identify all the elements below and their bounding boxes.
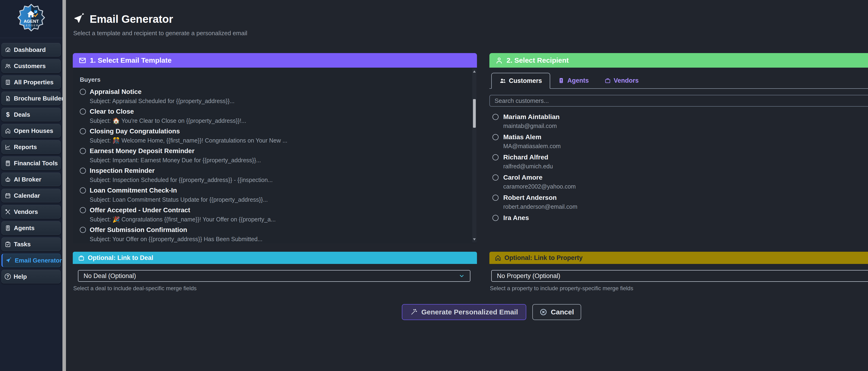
- radio-icon[interactable]: [80, 168, 86, 174]
- tools-icon: [5, 209, 11, 215]
- scroll-down-icon[interactable]: [473, 238, 476, 241]
- radio-icon[interactable]: [80, 207, 86, 213]
- sidebar-nav: Dashboard Customers All Properties Broch…: [0, 38, 62, 283]
- sidebar-item-label: Customers: [14, 62, 46, 70]
- scrollbar-thumb[interactable]: [473, 99, 476, 128]
- radio-icon[interactable]: [492, 215, 499, 221]
- paper-plane-icon: [73, 13, 86, 25]
- sidebar-item-ai-broker[interactable]: AI Broker: [1, 173, 61, 186]
- template-option[interactable]: Appraisal Notice Subject: Appraisal Sche…: [80, 88, 461, 104]
- users-icon: [499, 78, 506, 84]
- recipient-option[interactable]: Richard Alfred ralfred@umich.edu: [492, 154, 868, 170]
- sidebar-item-label: Open Houses: [14, 127, 53, 134]
- svg-text:AGENT: AGENT: [24, 19, 39, 24]
- house-icon: [495, 254, 501, 261]
- sidebar-item-calendar[interactable]: Calendar: [1, 189, 61, 203]
- template-option[interactable]: Clear to Close Subject: 🏠 You're Clear t…: [80, 108, 461, 124]
- property-panel: Optional: Link to Property No Property (…: [489, 252, 868, 291]
- sidebar-item-all-properties[interactable]: All Properties: [1, 75, 61, 89]
- sidebar-item-email-generator[interactable]: Email Generator: [1, 254, 61, 267]
- envelope-icon: [79, 57, 86, 64]
- sidebar-item-label: Tasks: [14, 241, 31, 248]
- template-panel: 1. Select Email Template Buyers Appraisa…: [73, 53, 477, 243]
- sidebar-item-agents[interactable]: Agents: [1, 221, 61, 235]
- sidebar-item-label: Help: [13, 273, 27, 280]
- briefcase-icon: [78, 254, 85, 261]
- sidebar-item-vendors[interactable]: Vendors: [1, 205, 61, 219]
- sidebar-item-label: AI Broker: [14, 176, 41, 183]
- help-icon: ?: [5, 274, 11, 280]
- robot-icon: [5, 176, 11, 183]
- calendar-icon: [5, 192, 11, 199]
- radio-icon[interactable]: [80, 109, 86, 115]
- search-input[interactable]: [489, 95, 868, 106]
- paper-plane-icon: [6, 257, 12, 264]
- deal-select[interactable]: No Deal (Optional): [78, 270, 470, 282]
- template-option[interactable]: Offer Submission Confirmation Subject: Y…: [80, 226, 461, 243]
- property-select[interactable]: No Property (Optional): [491, 270, 868, 282]
- sidebar-item-label: All Properties: [14, 79, 54, 86]
- radio-icon[interactable]: [492, 195, 499, 201]
- recipient-option[interactable]: Mariam Aintablian maintab@gmail.com: [492, 113, 868, 129]
- sidebar-scrollbar[interactable]: [62, 0, 66, 371]
- recipient-panel-header: 2. Select Recipient: [489, 53, 868, 68]
- radio-icon[interactable]: [80, 89, 86, 95]
- template-option[interactable]: Closing Day Congratulations Subject: 🎊 W…: [80, 127, 461, 144]
- sidebar-item-brochure-builder[interactable]: Brochure Builder: [1, 92, 61, 105]
- radio-icon[interactable]: [80, 128, 86, 134]
- sidebar: AGENT LEDGER Dashboard Customers All Pro…: [0, 0, 62, 371]
- template-option[interactable]: Offer Accepted - Under Contract Subject:…: [80, 207, 461, 223]
- tab-vendors[interactable]: Vendors: [597, 73, 647, 88]
- recipient-option[interactable]: Carol Amore caramore2002@yahoo.com: [492, 174, 868, 190]
- tab-agents[interactable]: Agents: [550, 73, 597, 88]
- scroll-up-icon[interactable]: [473, 70, 476, 72]
- radio-icon[interactable]: [492, 134, 499, 140]
- calculator-icon: [5, 160, 11, 166]
- template-option[interactable]: Inspection Reminder Subject: Inspection …: [80, 167, 461, 183]
- radio-icon[interactable]: [492, 175, 499, 181]
- recipient-panel: 2. Select Recipient Customers Agents Ven…: [489, 53, 868, 226]
- chart-line-icon: [5, 144, 11, 150]
- template-list-scrollbar[interactable]: [472, 68, 476, 242]
- template-option[interactable]: Loan Commitment Check-In Subject: Loan C…: [80, 187, 461, 203]
- sidebar-item-label: Brochure Builder: [14, 95, 64, 102]
- radio-icon[interactable]: [80, 187, 86, 193]
- template-group-label: Buyers: [80, 76, 461, 83]
- page-subtitle: Select a template and recipient to gener…: [73, 30, 247, 37]
- document-icon: [5, 95, 11, 102]
- svg-text:LEDGER: LEDGER: [24, 24, 39, 27]
- radio-icon[interactable]: [492, 114, 499, 120]
- recipient-option[interactable]: Matias Alem MA@matiasalem.com: [492, 133, 868, 150]
- radio-icon[interactable]: [80, 227, 86, 233]
- action-buttons: Generate Personalized Email Cancel: [402, 304, 581, 320]
- sidebar-item-dashboard[interactable]: Dashboard: [1, 43, 61, 57]
- template-option[interactable]: Earnest Money Deposit Reminder Subject: …: [80, 147, 461, 164]
- sidebar-item-deals[interactable]: $ Deals: [1, 108, 61, 121]
- sidebar-item-open-houses[interactable]: Open Houses: [1, 124, 61, 137]
- sidebar-item-help[interactable]: ? Help: [1, 270, 61, 283]
- property-panel-header: Optional: Link to Property: [489, 252, 868, 264]
- sidebar-item-financial-tools[interactable]: Financial Tools: [1, 156, 61, 170]
- house-icon: [5, 128, 11, 134]
- sidebar-item-label: Agents: [14, 224, 34, 232]
- recipient-option[interactable]: Ira Anes: [492, 214, 868, 222]
- sidebar-item-customers[interactable]: Customers: [1, 59, 61, 73]
- template-list: Buyers Appraisal Notice Subject: Apprais…: [73, 68, 477, 243]
- task-check-icon: [5, 241, 11, 247]
- sidebar-item-label: Email Generator: [15, 257, 62, 264]
- sidebar-item-tasks[interactable]: Tasks: [1, 238, 61, 251]
- magic-wand-icon: [410, 308, 417, 316]
- recipient-list: Mariam Aintablian maintab@gmail.com Mati…: [489, 113, 868, 222]
- deal-helper-text: Select a deal to include deal-specific m…: [73, 285, 477, 291]
- sidebar-item-reports[interactable]: Reports: [1, 140, 61, 154]
- generate-email-button[interactable]: Generate Personalized Email: [402, 304, 526, 320]
- id-card-icon: [5, 225, 11, 231]
- building-icon: [5, 79, 11, 86]
- radio-icon[interactable]: [492, 154, 499, 160]
- radio-icon[interactable]: [80, 148, 86, 154]
- recipient-tabs: Customers Agents Vendors: [489, 73, 868, 89]
- tab-customers[interactable]: Customers: [491, 73, 550, 89]
- recipient-option[interactable]: Robert Anderson robert.anderson@email.co…: [492, 194, 868, 210]
- circle-x-icon: [539, 308, 547, 316]
- cancel-button[interactable]: Cancel: [532, 304, 581, 320]
